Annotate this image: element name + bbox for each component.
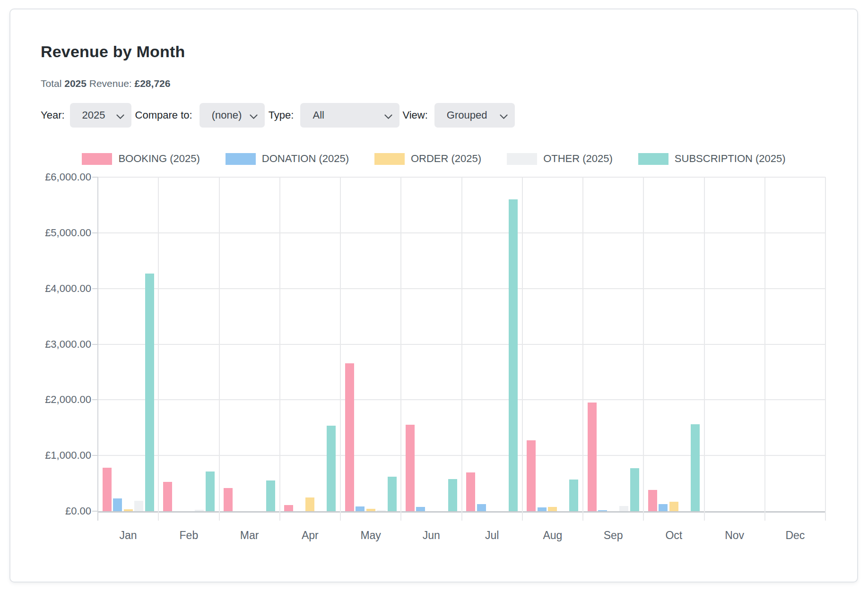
x-axis-label-nov: Nov [704,529,765,542]
x-axis-label-oct: Oct [643,529,704,542]
type-select[interactable]: All [300,103,399,128]
bar-may-booking[interactable] [345,363,354,511]
gridline-vertical [400,177,401,521]
bar-apr-subscription[interactable] [327,426,336,511]
legend-item-donation[interactable]: DONATION (2025) [226,153,349,165]
bar-oct-subscription[interactable] [691,424,700,511]
compare-select-value: (none) [212,109,242,121]
legend-item-booking[interactable]: BOOKING (2025) [82,153,200,165]
y-axis-line [97,177,98,521]
x-axis-label-sep: Sep [583,529,643,542]
bar-jun-subscription[interactable] [448,479,457,511]
bar-aug-order[interactable] [548,507,557,511]
legend-label: ORDER (2025) [411,153,481,165]
gridline-vertical [704,177,705,521]
plot-area: £6,000.00£5,000.00£4,000.00£3,000.00£2,0… [98,177,825,511]
view-select[interactable]: Grouped [434,103,515,128]
bar-may-subscription[interactable] [388,477,397,511]
chart-legend: BOOKING (2025)DONATION (2025)ORDER (2025… [10,153,857,165]
bar-jul-booking[interactable] [466,472,475,511]
x-axis-label-feb: Feb [158,529,219,542]
bar-jul-subscription[interactable] [509,199,518,511]
x-axis-label-aug: Aug [522,529,583,542]
bar-sep-donation[interactable] [598,510,607,511]
total-mid: Revenue: [89,78,132,89]
legend-item-other[interactable]: OTHER (2025) [507,153,613,165]
gridline-vertical [522,177,523,521]
legend-label: OTHER (2025) [543,153,613,165]
y-axis-label: £6,000.00 [16,171,91,183]
gridline-vertical [219,177,220,521]
total-amount: £28,726 [135,78,171,89]
bar-aug-booking[interactable] [527,440,536,511]
bar-may-other[interactable] [377,510,386,511]
year-label: Year: [41,109,65,121]
gridline-vertical [764,177,765,521]
bar-jun-booking[interactable] [406,425,415,511]
view-select-value: Grouped [447,109,487,121]
bar-jan-order[interactable] [124,509,133,511]
bar-aug-donation[interactable] [538,507,547,511]
bar-jul-donation[interactable] [477,504,486,511]
chevron-down-icon [250,113,258,121]
legend-swatch [82,153,112,165]
x-axis-label-apr: Apr [280,529,340,542]
legend-label: DONATION (2025) [262,153,349,165]
bar-jan-other[interactable] [134,501,143,511]
x-axis-label-jul: Jul [462,529,522,542]
bar-sep-other[interactable] [619,506,628,511]
bar-may-donation[interactable] [356,506,365,511]
year-select-value: 2025 [82,109,105,121]
bar-oct-order[interactable] [669,502,678,511]
legend-item-subscription[interactable]: SUBSCRIPTION (2025) [638,153,786,165]
legend-item-order[interactable]: ORDER (2025) [374,153,481,165]
gridline-vertical [279,177,280,521]
y-axis-label: £0.00 [16,505,91,517]
bar-sep-booking[interactable] [588,403,597,511]
bar-jan-subscription[interactable] [145,274,154,511]
compare-select[interactable]: (none) [200,103,265,128]
bar-feb-subscription[interactable] [206,471,215,511]
x-axis-label-may: May [340,529,401,542]
legend-swatch [374,153,405,165]
bar-jan-booking[interactable] [103,468,112,511]
y-axis-label: £5,000.00 [16,227,91,239]
x-axis-label-mar: Mar [219,529,280,542]
page-title: Revenue by Month [41,43,185,61]
legend-label: SUBSCRIPTION (2025) [675,153,786,165]
legend-swatch [638,153,668,165]
x-axis-label-jun: Jun [401,529,461,542]
bar-jun-donation[interactable] [416,507,425,511]
total-prefix: Total [41,78,61,89]
gridline-vertical [825,177,826,521]
bar-aug-subscription[interactable] [569,480,578,511]
bar-apr-booking[interactable] [284,505,293,511]
bar-may-order[interactable] [366,509,375,511]
legend-label: BOOKING (2025) [118,153,200,165]
bar-oct-booking[interactable] [648,490,657,511]
legend-swatch [226,153,256,165]
bar-jan-donation[interactable] [113,498,122,511]
chevron-down-icon [116,113,124,121]
chevron-down-icon [500,113,508,121]
total-revenue-summary: Total 2025 Revenue: £28,726 [41,78,170,89]
bar-feb-booking[interactable] [163,482,172,511]
y-axis-label: £3,000.00 [16,338,91,351]
year-select[interactable]: 2025 [70,103,131,128]
bar-sep-subscription[interactable] [630,468,639,511]
y-axis-label: £2,000.00 [16,394,91,406]
y-axis-label: £4,000.00 [16,283,91,295]
total-year: 2025 [64,78,87,89]
gridline-vertical [340,177,341,521]
x-axis-label-dec: Dec [765,529,825,542]
compare-label: Compare to: [135,109,192,121]
bar-mar-booking[interactable] [224,488,233,511]
x-axis-label-jan: Jan [98,529,158,542]
filter-bar: Year: 2025 Compare to: (none) Type: All … [41,103,515,128]
bar-oct-donation[interactable] [659,504,668,511]
gridline-vertical [461,177,462,521]
revenue-card: Revenue by Month Total 2025 Revenue: £28… [9,9,858,583]
bar-mar-subscription[interactable] [266,480,275,511]
bar-feb-other[interactable] [195,510,204,511]
bar-apr-order[interactable] [305,497,314,511]
